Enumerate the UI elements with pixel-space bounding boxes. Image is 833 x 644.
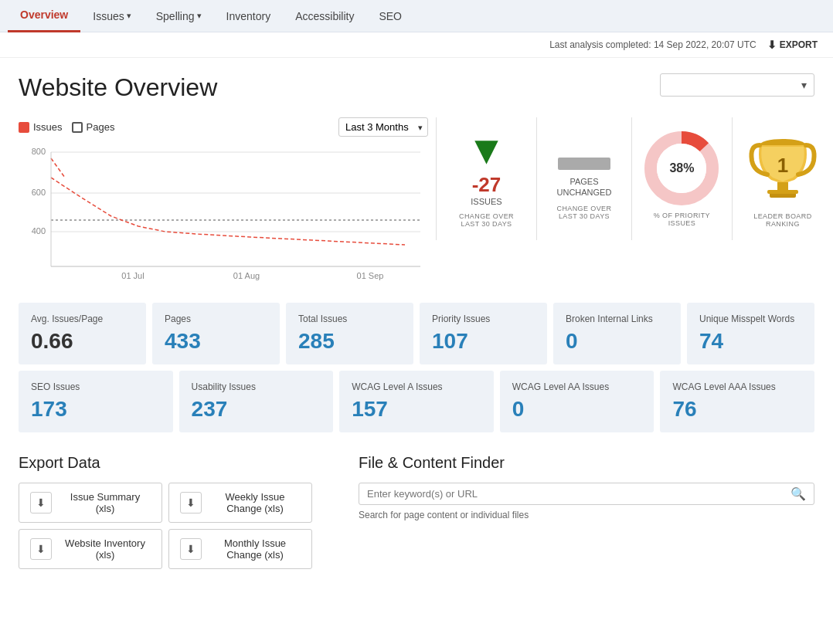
priority-label: % OF PRIORITY ISSUES [648,212,716,227]
export-buttons-grid: ⬇ Issue Summary (xls) ⬇ Weekly Issue Cha… [19,483,312,569]
stats-row-1: Avg. Issues/Page 0.66 Pages 433 Total Is… [19,303,814,364]
donut-chart: 38% [643,130,720,207]
down-arrow-icon: ▼ [467,130,506,170]
period-select-wrap: Last 3 Months Last Month Last Week ▾ [338,117,428,137]
stat-wcag-a: WCAG Level A Issues 157 [339,371,494,432]
trophy-svg: 1 [748,130,818,207]
donut-center-text: 38% [669,161,694,175]
change-label: CHANGE OVER LAST 30 DAYS [452,212,521,228]
change-value: -27 [472,173,502,197]
pages-panel: PAGES UNCHANGED CHANGE OVER LAST 30 DAYS [537,117,632,240]
chart-metrics-row: Issues Pages Last 3 Months Last Month La… [19,117,814,284]
website-inventory-button[interactable]: ⬇ Website Inventory (xls) [19,529,162,569]
stat-seo-issues: SEO Issues 173 [19,371,173,432]
export-data-title: Export Data [19,454,312,472]
line-chart: 800 600 400 [19,143,428,284]
svg-text:800: 800 [32,147,46,156]
period-select[interactable]: Last 3 Months Last Month Last Week [338,117,428,137]
stat-broken-links: Broken Internal Links 0 [553,303,681,364]
monthly-issue-change-button[interactable]: ⬇ Monthly Issue Change (xls) [168,529,312,569]
svg-text:1: 1 [777,154,788,177]
site-selector[interactable] [660,73,814,97]
navigation: Overview Issues ▾ Spelling ▾ Inventory A… [0,0,833,32]
change-sub: ISSUES [471,197,502,206]
export-button[interactable]: ⬇ EXPORT [767,39,818,51]
download-icon: ⬇ [30,492,52,514]
change-panel: ▼ -27 ISSUES CHANGE OVER LAST 30 DAYS [437,117,537,240]
svg-text:400: 400 [32,226,46,236]
bottom-section: Export Data ⬇ Issue Summary (xls) ⬇ Week… [19,454,814,569]
legend-pages: Pages [72,121,115,133]
export-data-section: Export Data ⬇ Issue Summary (xls) ⬇ Week… [19,454,312,569]
header-bar: Last analysis completed: 14 Sep 2022, 20… [0,32,833,58]
stats-row-2: SEO Issues 173 Usability Issues 237 WCAG… [19,371,814,432]
pages-label: CHANGE OVER LAST 30 DAYS [552,205,616,220]
chart-svg: 800 600 400 [19,143,428,282]
svg-rect-19 [767,190,798,194]
trophy-icon: 1 [748,130,818,209]
priority-panel: 38% % OF PRIORITY ISSUES [632,117,733,240]
nav-item-seo[interactable]: SEO [366,0,414,32]
issue-summary-button[interactable]: ⬇ Issue Summary (xls) [19,483,162,523]
main-content: Website Overview Issues Pages [0,58,833,585]
chevron-down-icon: ▾ [127,11,131,21]
page-title: Website Overview [19,73,217,102]
stat-wcag-aaa: WCAG Level AAA Issues 76 [660,371,814,432]
pages-grey-bar [558,158,610,170]
legend-issues: Issues [19,121,63,133]
nav-item-accessibility[interactable]: Accessibility [283,0,366,32]
svg-text:600: 600 [32,188,46,197]
svg-text:01 Jul: 01 Jul [121,271,144,280]
nav-item-spelling[interactable]: Spelling ▾ [144,0,214,32]
title-row: Website Overview [19,73,814,102]
svg-text:01 Aug: 01 Aug [233,271,260,280]
right-panels: ▼ -27 ISSUES CHANGE OVER LAST 30 DAYS PA… [436,117,833,240]
stat-wcag-aa: WCAG Level AA Issues 0 [500,371,654,432]
stat-misspelt: Unique Misspelt Words 74 [687,303,814,364]
weekly-issue-change-button[interactable]: ⬇ Weekly Issue Change (xls) [168,483,312,523]
stat-pages: Pages 433 [152,303,280,364]
stat-priority-issues: Priority Issues 107 [420,303,547,364]
file-finder-title: File & Content Finder [359,454,814,472]
leaderboard-label: LEADER BOARD RANKING [748,212,818,228]
chevron-down-icon: ▾ [197,11,202,21]
chart-legend-row: Issues Pages Last 3 Months Last Month La… [19,117,428,137]
download-icon: ⬇ [180,492,202,514]
pages-legend-box [72,122,83,133]
download-icon: ⬇ [30,538,52,560]
nav-item-overview[interactable]: Overview [8,0,80,32]
chart-area: Issues Pages Last 3 Months Last Month La… [19,117,428,284]
site-selector-wrap [660,73,814,97]
search-wrap: 🔍 [359,483,814,505]
stat-usability-issues: Usability Issues 237 [179,371,334,432]
download-icon: ⬇ [767,39,777,51]
pages-value: PAGES UNCHANGED [557,176,612,198]
search-icon[interactable]: 🔍 [790,486,806,501]
stat-total-issues: Total Issues 285 [286,303,413,364]
search-input[interactable] [367,488,790,500]
svg-text:01 Sep: 01 Sep [357,271,384,280]
search-hint: Search for page content or individual fi… [359,510,814,520]
leaderboard-panel: 1 LEADER BOARD RANKING [733,117,833,240]
nav-item-inventory[interactable]: Inventory [214,0,284,32]
analysis-timestamp: Last analysis completed: 14 Sep 2022, 20… [549,39,756,50]
nav-item-issues[interactable]: Issues ▾ [80,0,143,32]
file-finder-section: File & Content Finder 🔍 Search for page … [359,454,814,569]
stat-avg-issues: Avg. Issues/Page 0.66 [19,303,146,364]
download-icon: ⬇ [180,538,202,560]
issues-legend-box [19,122,29,133]
